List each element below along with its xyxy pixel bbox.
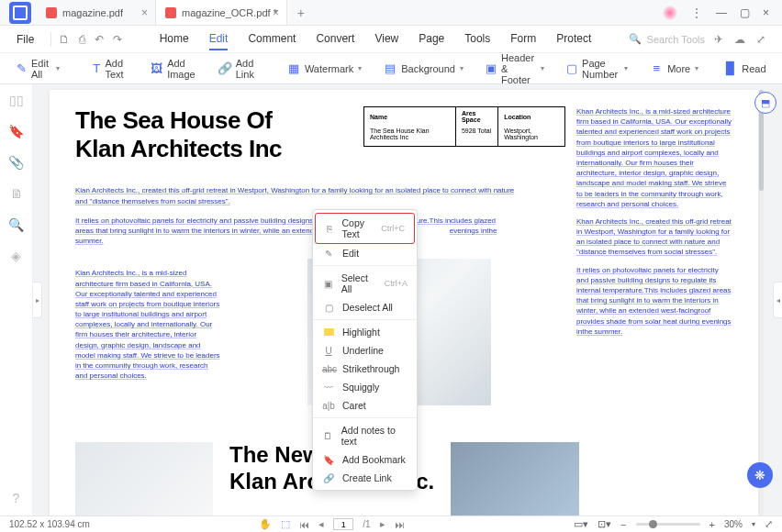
document-tab-active[interactable]: magazine_OCR.pdf * × <box>156 0 287 25</box>
zoom-thumb[interactable] <box>649 520 657 528</box>
table-header: Ares Space <box>455 107 497 127</box>
bookmarks-icon[interactable]: 🔖 <box>8 123 25 139</box>
view-mode-icon[interactable]: ▭▾ <box>574 518 588 530</box>
header-footer-icon: ▣ <box>486 62 497 75</box>
info-table: Name Ares Space Location The Sea House K… <box>363 106 565 147</box>
last-page-icon[interactable]: ⏭ <box>395 519 405 530</box>
redo-icon[interactable]: ↷ <box>113 33 122 46</box>
menu-edit[interactable]: Edit <box>209 28 229 50</box>
watermark-button[interactable]: ▦ Watermark ▾ <box>278 59 371 79</box>
menu-comment[interactable]: Comment <box>248 28 296 50</box>
first-page-icon[interactable]: ⏮ <box>299 519 309 530</box>
maximize-icon[interactable]: ▢ <box>740 6 750 19</box>
search-panel-icon[interactable]: 🔍 <box>8 216 25 233</box>
tab-strip: magazine.pdf × magazine_OCR.pdf * × + <box>37 0 654 25</box>
zoom-slider[interactable] <box>636 523 700 526</box>
edit-all-button[interactable]: ✎ Edit All ▾ <box>7 54 69 83</box>
ctx-create-link[interactable]: 🔗 Create Link <box>313 469 417 487</box>
table-cell: Westport, Washington <box>498 126 565 147</box>
new-tab-button[interactable]: + <box>287 0 315 25</box>
ctx-add-bookmark[interactable]: 🔖 Add Bookmark <box>313 450 417 469</box>
vertical-scrollbar[interactable] <box>759 90 764 515</box>
page-input[interactable] <box>333 518 353 530</box>
text-icon: T <box>93 62 100 75</box>
minimize-icon[interactable]: — <box>716 6 727 19</box>
add-image-button[interactable]: 🖼 Add Image <box>141 54 206 83</box>
titlebar-right: ⋮ — ▢ × <box>654 6 778 20</box>
save-icon[interactable]: 🗋 <box>59 33 70 46</box>
select-icon: ▣ <box>322 279 334 289</box>
thumbnails-icon[interactable]: ▯▯ <box>8 92 25 108</box>
left-rail: ▯▯ 🔖 📎 🗎 🔍 ◈ ? <box>0 84 33 515</box>
attachments-icon[interactable]: 📎 <box>8 154 25 171</box>
ctx-deselect-all[interactable]: ▢ Deselect All <box>313 298 417 316</box>
send-icon[interactable]: ✈ <box>714 33 723 46</box>
fit-icon[interactable]: ⊡▾ <box>598 518 611 530</box>
ctx-edit[interactable]: ✎ Edit <box>313 244 417 262</box>
cloud-icon[interactable]: ☁ <box>734 33 745 46</box>
expand-left-panel[interactable]: ▸ <box>33 282 42 318</box>
page-number-button[interactable]: ▢ Page Number ▾ <box>557 54 637 83</box>
caret-icon: a|b <box>322 401 335 411</box>
menu-form[interactable]: Form <box>510 28 536 50</box>
zoom-in-icon[interactable]: + <box>709 519 715 530</box>
menu-view[interactable]: View <box>374 28 398 50</box>
ctx-squiggly[interactable]: 〰 Squiggly <box>313 378 417 396</box>
background-button[interactable]: ▤ Background ▾ <box>374 59 473 79</box>
expand-icon[interactable]: ⤢ <box>756 33 765 46</box>
more-menu-icon[interactable]: ⋮ <box>690 6 703 20</box>
assistant-badge[interactable]: ❋ <box>747 462 773 488</box>
ctx-copy-text[interactable]: ⎘ Copy Text Ctrl+C <box>315 213 415 244</box>
watermark-icon: ▦ <box>287 62 300 75</box>
fullscreen-icon[interactable]: ⤢ <box>765 518 773 530</box>
chevron-down-icon: ▾ <box>56 64 60 72</box>
document-icon[interactable]: 🗎 <box>8 185 25 202</box>
expand-right-panel[interactable]: ◂ <box>773 282 782 318</box>
search-icon: 🔍 <box>629 33 642 45</box>
read-button[interactable]: ▉ Read <box>715 59 775 79</box>
app-logo <box>9 2 31 24</box>
menu-tools[interactable]: Tools <box>464 28 490 50</box>
search-tools[interactable]: 🔍 Search Tools <box>629 33 705 45</box>
print-icon[interactable]: ⎙ <box>79 33 85 46</box>
menu-protect[interactable]: Protect <box>556 28 591 50</box>
undo-icon[interactable]: ↶ <box>95 33 104 46</box>
chevron-down-icon[interactable]: ▾ <box>752 520 755 528</box>
menu-home[interactable]: Home <box>160 28 189 50</box>
user-avatar[interactable] <box>663 6 677 20</box>
underline-icon: U <box>322 346 335 356</box>
ctx-underline[interactable]: U Underline <box>313 341 417 360</box>
menu-page[interactable]: Page <box>419 28 444 50</box>
body-paragraph: Klan Architects Inc., created this off-g… <box>75 185 516 205</box>
chevron-down-icon: ▾ <box>624 64 628 72</box>
copy-icon: ⎘ <box>325 224 334 234</box>
add-link-button[interactable]: 🔗 Add Link <box>209 54 263 83</box>
ocr-badge[interactable]: ⬒ <box>754 92 776 114</box>
body-paragraph: It relies on photovoltaic panels for ele… <box>75 216 516 247</box>
ctx-select-all[interactable]: ▣ Select All Ctrl+A <box>313 269 417 298</box>
prev-page-icon[interactable]: ◂ <box>318 518 324 530</box>
close-window-icon[interactable]: × <box>763 6 769 19</box>
ctx-strikethrough[interactable]: abc Strikethrough <box>313 360 417 378</box>
menu-convert[interactable]: Convert <box>316 28 354 50</box>
ctx-add-notes[interactable]: 🗒 Add notes to text <box>313 421 417 450</box>
more-button[interactable]: ≡ More ▾ <box>641 59 708 79</box>
zoom-out-icon[interactable]: − <box>620 519 626 530</box>
chevron-down-icon: ▾ <box>541 64 544 72</box>
more-icon: ≡ <box>650 62 663 75</box>
file-menu[interactable]: File <box>7 33 43 46</box>
ctx-highlight[interactable]: Highlight <box>313 323 417 341</box>
add-text-button[interactable]: T Add Text <box>84 54 138 83</box>
select-tool-icon[interactable]: ⬚ <box>281 518 290 530</box>
zoom-controls: ▭▾ ⊡▾ − + 30% ▾ ⤢ <box>574 518 773 530</box>
background-icon: ▤ <box>384 62 397 75</box>
hand-tool-icon[interactable]: ✋ <box>259 518 272 530</box>
header-footer-button[interactable]: ▣ Header & Footer ▾ <box>476 49 553 89</box>
ctx-caret[interactable]: a|b Caret <box>313 396 417 415</box>
document-tab[interactable]: magazine.pdf × <box>37 0 156 25</box>
layers-icon[interactable]: ◈ <box>8 248 25 264</box>
next-page-icon[interactable]: ▸ <box>380 518 385 530</box>
help-icon[interactable]: ? <box>8 490 25 506</box>
close-icon[interactable]: × <box>141 6 148 19</box>
close-icon[interactable]: × <box>273 6 279 19</box>
